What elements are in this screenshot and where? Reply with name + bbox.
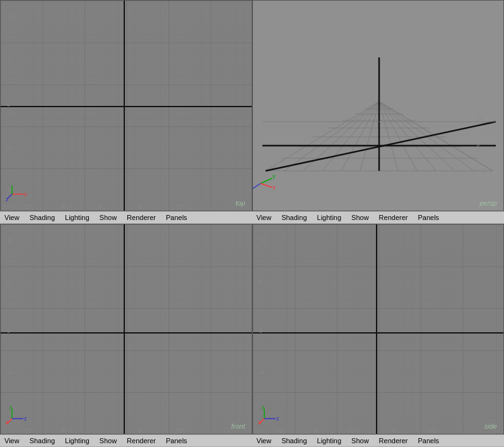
menu-lighting-tr[interactable]: Lighting — [315, 213, 344, 222]
menu-lighting-bl[interactable]: Lighting — [63, 436, 91, 445]
menu-panels-tl[interactable]: Panels — [164, 213, 189, 222]
grid-front: 10 5 0 -5 -10 -5 5 10 — [1, 224, 252, 434]
viewport-side[interactable]: 10 5 0 -5 -10 -6 -6 -10 0 y z x side — [252, 224, 505, 435]
svg-rect-58 — [1, 224, 252, 434]
svg-text:x: x — [6, 419, 9, 425]
svg-text:-5: -5 — [259, 369, 264, 376]
menu-renderer-tr[interactable]: Renderer — [377, 213, 410, 222]
menu-panels-bl[interactable]: Panels — [164, 436, 189, 445]
svg-text:x: x — [258, 419, 261, 425]
svg-text:0: 0 — [483, 168, 486, 174]
svg-text:5: 5 — [7, 144, 10, 150]
svg-text:-10: -10 — [23, 204, 31, 210]
menu-shading-bl[interactable]: Shading — [28, 436, 57, 445]
svg-text:-5: -5 — [7, 55, 12, 62]
svg-text:-10: -10 — [23, 427, 31, 434]
menu-view-br[interactable]: View — [255, 436, 274, 445]
viewport-front[interactable]: 10 5 0 -5 -10 -5 5 10 y z x front — [0, 224, 252, 435]
menu-lighting-br[interactable]: Lighting — [315, 436, 344, 445]
grid-persp: 10 5 0 y x z — [253, 1, 504, 211]
svg-text:0: 0 — [259, 328, 262, 334]
svg-text:-5: -5 — [61, 427, 66, 434]
menu-panels-br[interactable]: Panels — [416, 436, 441, 445]
menu-view-bl[interactable]: View — [3, 436, 21, 445]
svg-text:-10: -10 — [428, 427, 437, 434]
menu-view-tl[interactable]: View — [3, 213, 21, 222]
svg-text:0: 0 — [98, 204, 102, 210]
menu-renderer-bl[interactable]: Renderer — [125, 436, 158, 445]
svg-text:5: 5 — [7, 279, 10, 286]
grid-side: 10 5 0 -5 -10 -6 -6 -10 0 — [253, 224, 504, 434]
axis-indicator-top: x z — [6, 184, 28, 203]
svg-rect-77 — [253, 224, 504, 434]
svg-text:x: x — [24, 191, 27, 197]
menubar-top-left: View Shading Lighting Show Renderer Pane… — [0, 211, 252, 224]
svg-text:x: x — [273, 184, 276, 190]
menubar-bot-left: View Shading Lighting Show Renderer Pane… — [0, 434, 252, 447]
menu-renderer-tl[interactable]: Renderer — [125, 213, 158, 222]
svg-text:5: 5 — [138, 204, 141, 210]
svg-text:-5: -5 — [61, 204, 66, 210]
viewport-persp[interactable]: 10 5 0 y x z persp — [252, 0, 505, 211]
svg-rect-2 — [1, 1, 252, 211]
axis-indicator-front: y z x — [6, 406, 28, 426]
svg-text:z: z — [6, 196, 9, 202]
menu-show-tr[interactable]: Show — [349, 213, 371, 222]
svg-text:y: y — [9, 406, 13, 409]
svg-text:-10: -10 — [275, 427, 283, 434]
viewport-label-persp: persp — [479, 199, 497, 207]
svg-text:10: 10 — [259, 237, 266, 243]
svg-text:10: 10 — [7, 237, 13, 243]
svg-text:-6: -6 — [390, 427, 396, 434]
viewport-label-top: top — [235, 199, 245, 207]
viewport-top[interactable]: -10 -5 0 5 10 -10 -5 0 5 10 x z top — [0, 0, 252, 211]
menu-lighting-tl[interactable]: Lighting — [63, 213, 91, 222]
menubar-top-right: View Shading Lighting Show Renderer Pane… — [252, 211, 505, 224]
menu-shading-tr[interactable]: Shading — [279, 213, 308, 222]
menu-renderer-br[interactable]: Renderer — [377, 436, 410, 445]
axis-indicator-side: y z x — [258, 406, 280, 426]
menu-show-br[interactable]: Show — [349, 436, 371, 445]
viewport-label-side: side — [484, 422, 497, 430]
menu-show-tl[interactable]: Show — [98, 213, 119, 222]
svg-text:5: 5 — [477, 144, 480, 150]
menu-shading-tl[interactable]: Shading — [28, 213, 57, 222]
svg-text:-5: -5 — [7, 369, 12, 376]
svg-text:10: 10 — [176, 427, 182, 434]
viewport-label-front: front — [231, 422, 245, 430]
svg-text:z: z — [24, 415, 27, 422]
menu-show-bl[interactable]: Show — [98, 436, 119, 445]
menu-view-tr[interactable]: View — [255, 213, 274, 222]
menu-panels-tr[interactable]: Panels — [416, 213, 441, 222]
svg-text:0: 0 — [7, 328, 10, 334]
menu-shading-br[interactable]: Shading — [279, 436, 308, 445]
svg-text:5: 5 — [138, 427, 141, 434]
svg-text:10: 10 — [477, 114, 483, 120]
svg-text:10: 10 — [176, 204, 182, 210]
svg-text:0: 0 — [7, 102, 10, 108]
svg-text:y: y — [273, 173, 276, 179]
svg-text:5: 5 — [259, 279, 262, 286]
svg-text:y: y — [262, 406, 265, 409]
svg-text:0: 0 — [351, 427, 354, 434]
menubar-bot-right: View Shading Lighting Show Renderer Pane… — [252, 434, 505, 447]
svg-text:-10: -10 — [7, 13, 15, 20]
svg-text:-6: -6 — [313, 427, 318, 434]
grid-top: -10 -5 0 5 10 -10 -5 0 5 10 — [1, 1, 252, 211]
svg-text:z: z — [276, 415, 279, 422]
